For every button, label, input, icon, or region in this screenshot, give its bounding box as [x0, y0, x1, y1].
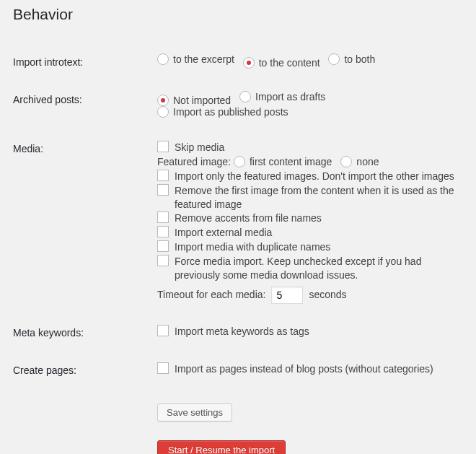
- remove-first-checkbox[interactable]: [157, 184, 169, 196]
- introtext-option-excerpt[interactable]: to the excerpt: [157, 53, 234, 65]
- radio-icon: [243, 57, 255, 69]
- archived-option-published[interactable]: Import as published posts: [157, 106, 288, 118]
- external-media-checkbox[interactable]: [157, 226, 169, 237]
- radio-icon: [157, 106, 169, 118]
- save-settings-button[interactable]: Save settings: [157, 403, 232, 422]
- archived-option-notimported[interactable]: Not imported: [157, 95, 231, 106]
- meta-keywords-label: Import meta keywords as tags: [175, 325, 309, 339]
- skip-media-checkbox[interactable]: [157, 141, 169, 152]
- force-import-label: Force media import. Keep unchecked excep…: [175, 255, 463, 282]
- radio-icon: [239, 91, 251, 102]
- external-media-label: Import external media: [175, 226, 272, 240]
- remove-accents-label: Remove accents from file names: [175, 211, 322, 225]
- timeout-label: Timeout for each media:: [157, 288, 265, 302]
- featured-option-none[interactable]: none: [340, 155, 379, 169]
- meta-label: Meta keywords:: [13, 314, 157, 352]
- introtext-option-content[interactable]: to the content: [243, 57, 320, 69]
- meta-keywords-checkbox[interactable]: [157, 325, 169, 336]
- archived-label: Archived posts:: [13, 81, 157, 130]
- skip-media-label: Skip media: [175, 141, 224, 154]
- pages-checkbox[interactable]: [157, 362, 169, 374]
- only-featured-checkbox[interactable]: [157, 170, 169, 181]
- start-import-button[interactable]: Start / Resume the import: [157, 440, 286, 454]
- pages-text: Import as pages instead of blog posts (w…: [175, 362, 433, 376]
- featured-option-first[interactable]: first content image: [234, 155, 332, 169]
- featured-image-label: Featured image:: [157, 155, 231, 169]
- radio-icon: [328, 53, 340, 65]
- only-featured-label: Import only the featured images. Don't i…: [175, 170, 454, 183]
- pages-label: Create pages:: [13, 352, 157, 389]
- timeout-input[interactable]: [271, 287, 303, 304]
- introtext-option-both[interactable]: to both: [328, 53, 375, 65]
- duplicates-label: Import media with duplicate names: [175, 240, 330, 254]
- archived-option-drafts[interactable]: Import as drafts: [239, 91, 325, 102]
- section-title: Behavior: [13, 6, 463, 23]
- duplicates-checkbox[interactable]: [157, 240, 169, 252]
- radio-icon: [234, 156, 245, 167]
- radio-icon: [157, 53, 169, 65]
- remove-accents-checkbox[interactable]: [157, 211, 169, 223]
- radio-icon: [340, 156, 352, 167]
- media-label: Media:: [13, 130, 157, 314]
- introtext-label: Import introtext:: [13, 43, 157, 81]
- remove-first-label: Remove the first image from the content …: [175, 184, 463, 211]
- radio-icon: [157, 95, 169, 106]
- timeout-suffix: seconds: [309, 288, 346, 302]
- force-import-checkbox[interactable]: [157, 255, 169, 266]
